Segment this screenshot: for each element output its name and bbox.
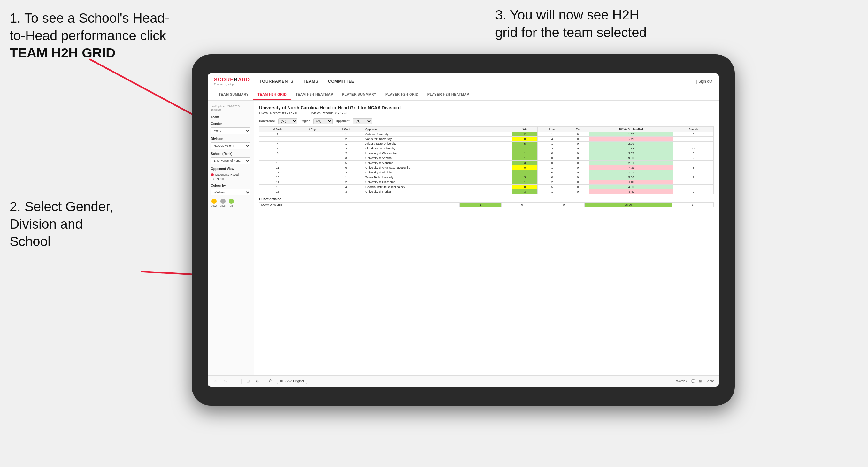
tab-team-h2h-heatmap[interactable]: TEAM H2H HEATMAP — [291, 89, 338, 100]
tab-team-summary[interactable]: TEAM SUMMARY — [214, 89, 253, 100]
cell-opponent: Georgia Institute of Technology — [364, 185, 513, 189]
radio-opponents-played[interactable]: Opponents Played — [211, 173, 250, 176]
logo-text: SCOREBARD — [214, 77, 250, 83]
tab-player-summary[interactable]: PLAYER SUMMARY — [338, 89, 381, 100]
cell-diff: 3.67 — [589, 151, 673, 156]
out-division-loss: 0 — [501, 203, 543, 207]
col-win: Win — [513, 127, 538, 132]
cell-tie: 0 — [567, 132, 589, 137]
cell-win: 3 — [513, 175, 538, 180]
logo-sub: Powered by clippi — [214, 83, 250, 86]
division-dropdown[interactable]: NCAA Division I — [211, 143, 250, 149]
cell-win: 0 — [513, 165, 538, 170]
cell-win: 1 — [513, 146, 538, 151]
cell-conf: 2 — [329, 180, 364, 185]
toolbar-view[interactable]: 🖥 View: Original — [277, 378, 307, 384]
out-division-table: NCAA Division II 1 0 0 26.00 3 — [259, 202, 714, 207]
cell-reg — [296, 185, 328, 189]
toolbar-back[interactable]: ← — [231, 378, 238, 384]
cell-opponent: Arizona State University — [364, 142, 513, 146]
cell-win: 1 — [513, 180, 538, 185]
cell-tie: 0 — [567, 170, 589, 175]
cell-reg — [296, 156, 328, 161]
toolbar-add[interactable]: ⊕ — [254, 378, 261, 384]
cell-win: 1 — [513, 151, 538, 156]
cell-diff: 2.29 — [589, 142, 673, 146]
sign-out[interactable]: | Sign out — [696, 79, 713, 84]
cell-rounds: 3 — [674, 151, 714, 156]
table-row: 9 3 University of Arizona 1 0 0 9.00 2 — [259, 156, 714, 161]
opponent-select[interactable]: (All) — [353, 118, 372, 124]
out-division-rounds: 3 — [672, 203, 713, 207]
cell-loss: 1 — [538, 189, 567, 194]
radio-top100[interactable]: Top 100 — [211, 177, 250, 181]
toolbar-sep1: | — [241, 378, 242, 384]
cell-diff: 5.56 — [589, 175, 673, 180]
toolbar-sep2: | — [263, 378, 265, 384]
cell-loss: 2 — [538, 146, 567, 151]
toolbar-clock[interactable]: ⏱ — [267, 378, 274, 384]
cell-rank: 10 — [259, 161, 296, 165]
cell-loss: 0 — [538, 151, 567, 156]
gender-dropdown[interactable]: Men's — [211, 127, 250, 134]
col-tie: Tie — [567, 127, 589, 132]
cell-opponent: University of Arkansas, Fayetteville — [364, 165, 513, 170]
conference-select[interactable]: (All) — [278, 118, 298, 124]
tablet-device: SCOREBARD Powered by clippi TOURNAMENTS … — [192, 54, 735, 406]
cell-tie: 0 — [567, 137, 589, 142]
nav-committee[interactable]: COMMITTEE — [328, 79, 354, 84]
cell-opponent: University of Virginia — [364, 170, 513, 175]
nav-tournaments[interactable]: TOURNAMENTS — [259, 79, 293, 84]
table-row: 16 3 University of Florida 3 1 0 -6.42 9 — [259, 189, 714, 194]
cell-diff: -1.00 — [589, 180, 673, 185]
toolbar-crop[interactable]: ⊡ — [245, 378, 251, 384]
cell-opponent: Vanderbilt University — [364, 137, 513, 142]
grid-panel: University of North Carolina Head-to-Hea… — [254, 101, 719, 375]
tab-player-h2h-grid[interactable]: PLAYER H2H GRID — [381, 89, 423, 100]
cell-rank: 11 — [259, 165, 296, 170]
cell-rounds: 8 — [674, 137, 714, 142]
cell-rank: 16 — [259, 189, 296, 194]
toolbar-watch[interactable]: Watch ▾ — [676, 379, 688, 383]
cell-loss: 1 — [538, 132, 567, 137]
toolbar-undo[interactable]: ↩ — [212, 378, 219, 384]
toolbar-present[interactable]: ⊞ — [699, 379, 702, 383]
school-dropdown[interactable]: 1. University of Nort... — [211, 157, 250, 164]
cell-loss: 2 — [538, 180, 567, 185]
col-reg: # Reg — [296, 127, 328, 132]
nav-teams[interactable]: TEAMS — [303, 79, 318, 84]
cell-rank: 13 — [259, 175, 296, 180]
school-label: School (Rank) — [211, 152, 250, 156]
out-division-win: 1 — [460, 203, 501, 207]
cell-rank: 3 — [259, 137, 296, 142]
out-division-tie: 0 — [543, 203, 585, 207]
cell-opponent: Florida State University — [364, 146, 513, 151]
colour-by-dropdown[interactable]: Win/loss — [211, 189, 250, 195]
col-rounds: Rounds — [674, 127, 714, 132]
cell-conf: 1 — [329, 132, 364, 137]
opponent-filter: Opponent — [336, 120, 349, 123]
col-opponent: Opponent — [364, 127, 513, 132]
cell-tie: 0 — [567, 189, 589, 194]
cell-conf: 2 — [329, 137, 364, 142]
col-rank: # Rank — [259, 127, 296, 132]
grid-title: University of North Carolina Head-to-Hea… — [259, 105, 714, 110]
cell-diff: 2.33 — [589, 170, 673, 175]
toolbar-comment[interactable]: 💬 — [691, 379, 695, 383]
cell-win: 1 — [513, 156, 538, 161]
cell-tie: 0 — [567, 146, 589, 151]
out-division-row: NCAA Division II 1 0 0 26.00 3 — [259, 203, 714, 207]
cell-opponent: Texas Tech University — [364, 175, 513, 180]
cell-conf: 4 — [329, 185, 364, 189]
toolbar-redo[interactable]: ↪ — [222, 378, 228, 384]
region-select[interactable]: (All) — [313, 118, 333, 124]
cell-rank: 4 — [259, 142, 296, 146]
cell-win: 1 — [513, 170, 538, 175]
tab-team-h2h-grid[interactable]: TEAM H2H GRID — [253, 89, 291, 100]
cell-rounds: 8 — [674, 161, 714, 165]
toolbar-share[interactable]: Share — [705, 379, 714, 383]
cell-rounds: 2 — [674, 156, 714, 161]
tab-player-h2h-heatmap[interactable]: PLAYER H2H HEATMAP — [423, 89, 474, 100]
h2h-table: # Rank # Reg # Conf Opponent Win Loss Ti… — [259, 126, 714, 194]
cell-diff: 1.67 — [589, 132, 673, 137]
